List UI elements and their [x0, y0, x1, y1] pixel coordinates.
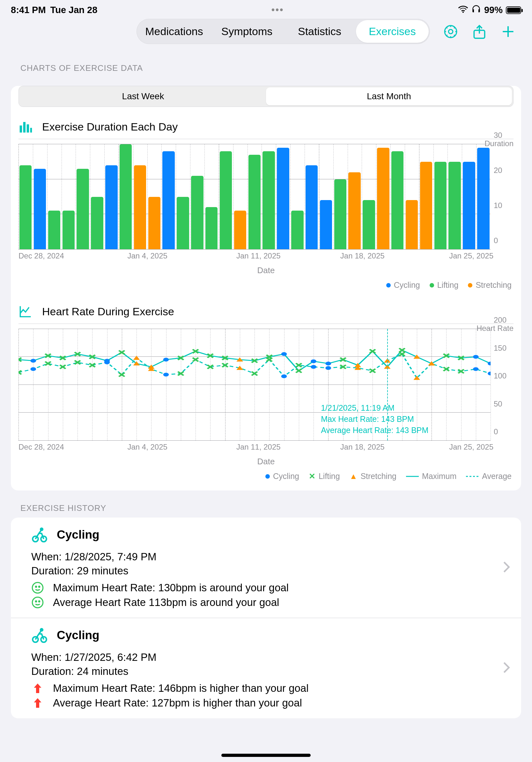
bar-lifting	[91, 197, 103, 250]
history-metric: Maximum Heart Rate: 146bpm is higher tha…	[31, 682, 510, 695]
home-indicator	[221, 754, 311, 757]
svg-point-33	[38, 601, 39, 602]
settings-gear-icon[interactable]	[443, 24, 459, 39]
chart-duration-header: Exercise Duration Each Day	[19, 107, 513, 139]
chart-hr-xaxis: Dec 28, 2024 Jan 4, 2025 Jan 11, 2025 Ja…	[19, 443, 513, 455]
svg-point-19	[473, 355, 479, 359]
svg-rect-3	[20, 125, 22, 132]
bar-lifting	[334, 179, 346, 249]
bar-lifting	[191, 176, 203, 249]
tab-medications[interactable]: Medications	[138, 20, 211, 43]
range-last-month[interactable]: Last Month	[266, 87, 512, 105]
status-date: Tue Jan 28	[50, 5, 98, 15]
bar-cycling	[463, 162, 475, 249]
bar-lifting	[248, 155, 261, 249]
bar-lifting	[62, 211, 75, 249]
bar-stretching	[234, 211, 246, 249]
bar-stretching	[148, 197, 161, 250]
bar-lifting	[448, 162, 461, 249]
svg-point-36	[40, 629, 43, 631]
bar-cycling	[277, 148, 289, 249]
add-icon[interactable]	[500, 24, 516, 39]
svg-rect-5	[27, 124, 29, 133]
svg-point-27	[40, 528, 43, 530]
bar-stretching	[134, 165, 146, 249]
chart-duration-xlabel: Date	[19, 266, 513, 275]
section-history-title: EXERCISE HISTORY	[0, 491, 532, 518]
history-duration: Duration: 24 minutes	[31, 665, 510, 677]
headphones-icon	[471, 4, 481, 16]
svg-point-15	[311, 359, 316, 363]
range-last-week[interactable]: Last Week	[20, 87, 266, 105]
bar-stretching	[348, 172, 361, 249]
battery-icon	[506, 6, 521, 14]
history-duration: Duration: 29 minutes	[31, 565, 510, 577]
bar-lifting	[77, 169, 89, 249]
chart-duration-xaxis: Dec 28, 2024 Jan 4, 2025 Jan 11, 2025 Ja…	[19, 252, 513, 264]
battery-percent: 99%	[484, 5, 503, 15]
hr-plot-area: 1/21/2025, 11:19 AM Max Heart Rate: 143 …	[19, 329, 491, 441]
history-when: When: 1/27/2025, 6:42 PM	[31, 651, 510, 663]
history-card: CyclingWhen: 1/28/2025, 7:49 PMDuration:…	[11, 518, 521, 718]
status-time: 8:41 PM	[11, 5, 46, 15]
bar-cycling	[320, 200, 332, 249]
status-dots-icon: •••	[271, 5, 284, 15]
history-metric: Maximum Heart Rate: 130bpm is around you…	[31, 581, 510, 594]
bar-cycling	[34, 169, 46, 249]
chart-duration-plot: Duration 30 20 10 0 Dec 28, 2024 Jan 4, …	[19, 139, 513, 292]
bar-lifting	[220, 151, 232, 249]
svg-point-13	[281, 352, 287, 356]
category-segmented[interactable]: Medications Symptoms Statistics Exercise…	[137, 19, 430, 44]
bar-cycling	[305, 165, 318, 249]
svg-point-17	[325, 361, 331, 365]
svg-point-8	[30, 367, 36, 371]
tab-statistics[interactable]: Statistics	[283, 20, 356, 43]
svg-point-16	[311, 365, 316, 369]
chart-duration-legend: Cycling Lifting Stretching	[19, 275, 513, 292]
chart-hr-header: Heart Rate During Exercise	[19, 292, 513, 324]
bar-cycling	[477, 148, 489, 249]
cycling-icon	[31, 526, 48, 543]
bar-stretching	[420, 162, 432, 249]
tab-symptoms[interactable]: Symptoms	[211, 20, 283, 43]
svg-point-28	[32, 582, 43, 593]
history-item[interactable]: CyclingWhen: 1/27/2025, 6:42 PMDuration:…	[11, 618, 521, 718]
svg-rect-4	[23, 122, 26, 132]
bar-cycling	[105, 165, 117, 249]
chart-hr-yaxis: 200 150 100 50 0	[491, 329, 513, 441]
history-name: Cycling	[57, 629, 100, 642]
bar-lifting	[120, 144, 132, 249]
svg-point-7	[30, 359, 36, 362]
chart-duration-title: Exercise Duration Each Day	[42, 120, 178, 133]
history-when: When: 1/28/2025, 7:49 PM	[31, 551, 510, 563]
history-item[interactable]: CyclingWhen: 1/28/2025, 7:49 PMDuration:…	[11, 518, 521, 618]
wifi-icon	[458, 5, 468, 15]
bar-lifting	[434, 162, 446, 249]
cycling-icon	[31, 627, 48, 644]
bar-stretching	[406, 200, 418, 249]
bar-lifting	[363, 200, 375, 249]
svg-point-32	[35, 601, 36, 602]
svg-point-30	[38, 586, 39, 587]
chart-hr-plot: Heart Rate 1/21/2025, 11:19 AM Max Heart…	[19, 324, 513, 483]
share-icon[interactable]	[471, 24, 487, 39]
chart-duration-yaxis: 30 20 10 0	[491, 144, 513, 250]
bar-lifting	[205, 207, 218, 249]
bar-lifting	[20, 165, 32, 249]
section-charts-title: CHARTS OF EXERCISE DATA	[0, 50, 532, 78]
hr-annotation: 1/21/2025, 11:19 AM Max Heart Rate: 143 …	[321, 402, 428, 436]
svg-point-31	[32, 597, 43, 608]
chart-hr-legend: Cycling ✕Lifting ▲Stretching Maximum Ave…	[19, 467, 513, 483]
bar-lifting	[177, 197, 189, 250]
history-name: Cycling	[57, 528, 100, 542]
svg-point-1	[448, 29, 453, 34]
svg-point-14	[281, 374, 287, 378]
svg-point-18	[325, 366, 331, 370]
tab-exercises[interactable]: Exercises	[356, 20, 429, 43]
history-metric: Average Heart Rate 113bpm is around your…	[31, 596, 510, 609]
range-segmented[interactable]: Last Week Last Month	[19, 86, 513, 107]
chevron-right-icon	[503, 661, 510, 675]
bar-lifting	[262, 151, 275, 249]
svg-point-22	[488, 372, 491, 376]
bar-plot-area	[19, 144, 491, 250]
